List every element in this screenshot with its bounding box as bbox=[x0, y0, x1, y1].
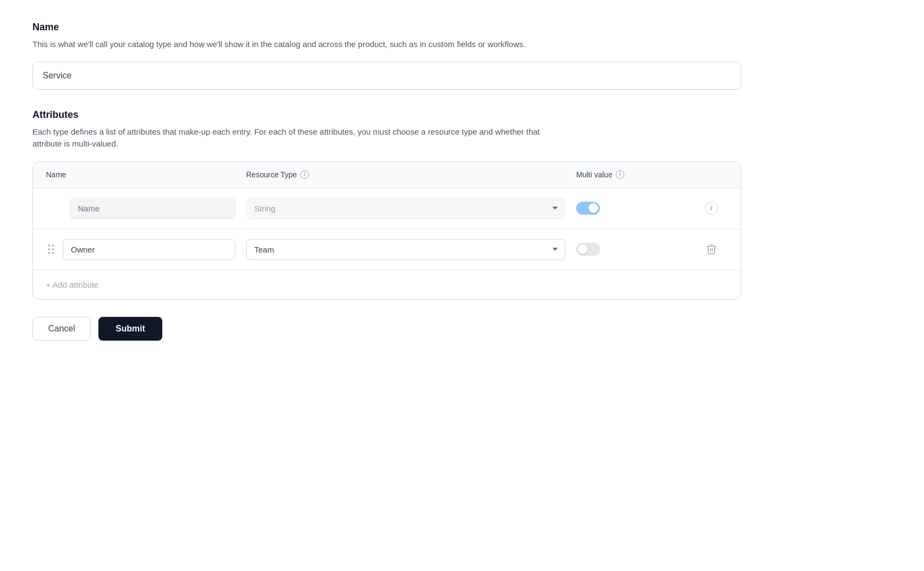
header-multi-value: Multi value i bbox=[576, 170, 695, 179]
resource-type-select-2[interactable]: String Team User Service Boolean Number bbox=[246, 239, 565, 260]
row-2-multi-value-cell bbox=[576, 243, 695, 256]
name-title: Name bbox=[32, 22, 892, 33]
add-attribute-button[interactable]: + Add attribute bbox=[46, 280, 98, 289]
attribute-row-2: String Team User Service Boolean Number bbox=[33, 229, 741, 270]
header-resource-type: Resource Type i bbox=[246, 170, 576, 179]
table-header: Name Resource Type i Multi value i bbox=[33, 162, 741, 188]
name-section: Name This is what we'll call your catalo… bbox=[32, 22, 892, 109]
row-1-name-cell bbox=[46, 198, 246, 219]
toggle-knob-1 bbox=[589, 203, 598, 213]
drag-dot bbox=[52, 252, 54, 254]
resource-type-info-icon[interactable]: i bbox=[300, 170, 309, 179]
drag-dot bbox=[48, 248, 50, 250]
attributes-section: Attributes Each type defines a list of a… bbox=[32, 109, 741, 300]
drag-dots-2 bbox=[48, 244, 54, 254]
row-1-info-button[interactable]: i bbox=[705, 202, 718, 215]
resource-type-select-1[interactable]: String Team User Service Boolean Number bbox=[246, 198, 565, 219]
attributes-title: Attributes bbox=[32, 109, 741, 121]
drag-dot bbox=[52, 248, 54, 250]
catalog-type-name-input[interactable] bbox=[32, 62, 741, 90]
multi-value-info-icon[interactable]: i bbox=[616, 170, 624, 179]
row-2-name-cell bbox=[46, 239, 246, 260]
drag-dot bbox=[52, 244, 54, 247]
delete-attribute-button-2[interactable] bbox=[704, 242, 718, 257]
resource-type-select-wrapper-2: String Team User Service Boolean Number bbox=[246, 239, 565, 260]
submit-button[interactable]: Submit bbox=[98, 317, 162, 341]
toggle-knob-2 bbox=[578, 244, 588, 254]
attribute-row-1: String Team User Service Boolean Number … bbox=[33, 188, 741, 229]
add-attribute-row: + Add attribute bbox=[33, 270, 741, 299]
attributes-table: Name Resource Type i Multi value i Strin… bbox=[32, 161, 741, 300]
add-attribute-label: + Add attribute bbox=[46, 280, 98, 289]
row-2-action-cell bbox=[695, 242, 728, 257]
row-2-resource-type-cell: String Team User Service Boolean Number bbox=[246, 239, 576, 260]
cancel-button[interactable]: Cancel bbox=[32, 317, 91, 341]
drag-dot bbox=[48, 252, 50, 254]
multi-value-toggle-2[interactable] bbox=[576, 243, 600, 256]
name-description: This is what we'll call your catalog typ… bbox=[32, 38, 552, 51]
header-name: Name bbox=[46, 170, 246, 179]
drag-handle-2[interactable] bbox=[46, 242, 56, 256]
row-1-multi-value-cell bbox=[576, 202, 695, 215]
attribute-name-input-2[interactable] bbox=[63, 239, 235, 260]
row-1-resource-type-cell: String Team User Service Boolean Number bbox=[246, 198, 576, 219]
drag-dot bbox=[48, 244, 50, 247]
multi-value-toggle-1[interactable] bbox=[576, 202, 600, 215]
form-buttons: Cancel Submit bbox=[32, 317, 741, 341]
attributes-description: Each type defines a list of attributes t… bbox=[32, 126, 552, 150]
attribute-name-input-1[interactable] bbox=[70, 198, 235, 219]
row-1-action-cell: i bbox=[695, 202, 728, 215]
resource-type-select-wrapper-1: String Team User Service Boolean Number bbox=[246, 198, 565, 219]
